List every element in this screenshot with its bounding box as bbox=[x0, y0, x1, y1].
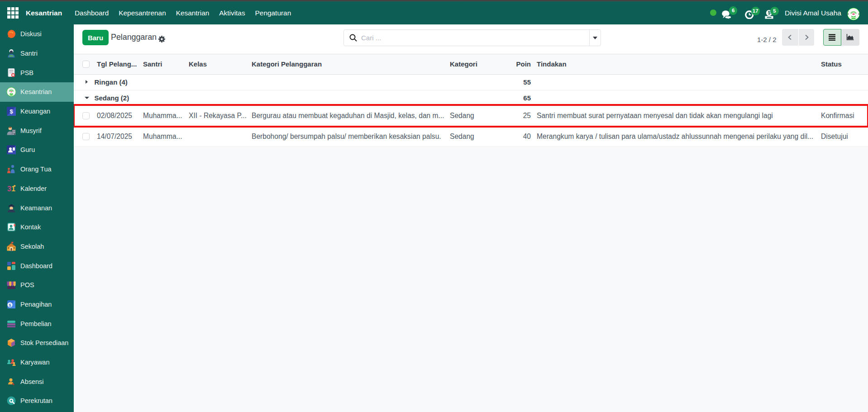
svg-text:$: $ bbox=[9, 303, 11, 308]
svg-text:3: 3 bbox=[7, 185, 11, 193]
svg-text:$: $ bbox=[10, 108, 13, 115]
